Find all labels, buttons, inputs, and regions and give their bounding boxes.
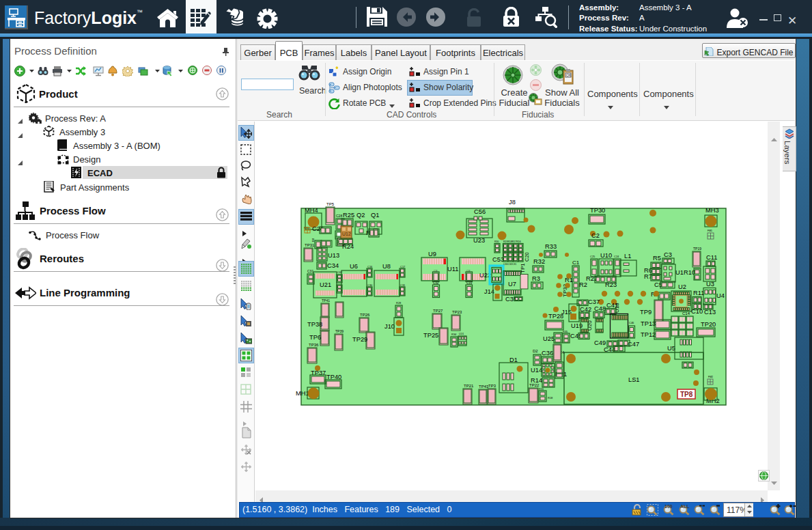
svg-text:TP36: TP36: [309, 343, 319, 347]
svg-text:U3: U3: [706, 281, 714, 288]
svg-text:U20: U20: [587, 320, 593, 331]
svg-text:C36: C36: [542, 350, 553, 357]
svg-text:C10: C10: [691, 308, 703, 315]
svg-text:MH4: MH4: [305, 207, 318, 214]
svg-text:TP20: TP20: [701, 321, 716, 328]
svg-text:C32: C32: [433, 281, 439, 285]
svg-text:C33: C33: [466, 281, 473, 285]
svg-text:R2: R2: [579, 281, 587, 288]
svg-text:C49: C49: [594, 339, 606, 346]
svg-text:C16: C16: [367, 265, 373, 268]
svg-text:R25: R25: [343, 212, 354, 219]
svg-text:C31: C31: [400, 283, 406, 287]
svg-text:C48: C48: [594, 305, 606, 312]
svg-text:C20: C20: [524, 252, 530, 262]
svg-text:C1: C1: [572, 260, 580, 266]
svg-text:U5: U5: [667, 345, 675, 352]
svg-text:LD1: LD1: [459, 332, 464, 335]
svg-text:C5: C5: [654, 281, 662, 288]
svg-text:TP21: TP21: [464, 384, 474, 388]
svg-text:U12: U12: [342, 232, 351, 236]
svg-text:R18: R18: [548, 396, 553, 400]
svg-text:C30: C30: [367, 283, 373, 287]
svg-text:TP43: TP43: [479, 385, 489, 389]
svg-text:TP5: TP5: [326, 202, 335, 206]
svg-text:C37: C37: [588, 298, 600, 305]
svg-text:LS1: LS1: [628, 376, 640, 383]
svg-text:TP22: TP22: [529, 383, 540, 387]
svg-text:U13: U13: [328, 252, 339, 259]
svg-text:R33: R33: [545, 243, 557, 250]
svg-text:TP6: TP6: [309, 334, 321, 341]
svg-text:C56: C56: [474, 208, 486, 215]
svg-text:U11: U11: [447, 266, 458, 273]
svg-text:TP23: TP23: [452, 310, 462, 314]
svg-text:TP19: TP19: [693, 247, 701, 251]
svg-text:U14: U14: [531, 367, 542, 374]
svg-text:TP8: TP8: [680, 391, 693, 398]
svg-text:MH3: MH3: [705, 207, 719, 214]
svg-text:C2: C2: [591, 232, 600, 239]
svg-text:C3: C3: [664, 251, 672, 258]
svg-text:R32: R32: [533, 258, 545, 265]
svg-text:TP28: TP28: [548, 313, 563, 320]
svg-text:U2: U2: [678, 283, 686, 290]
svg-text:C24: C24: [614, 255, 619, 258]
svg-text:R35: R35: [563, 330, 568, 333]
svg-text:C18: C18: [434, 270, 438, 273]
svg-text:L1: L1: [624, 253, 631, 260]
svg-text:U6: U6: [350, 263, 358, 270]
svg-text:J10: J10: [384, 323, 395, 330]
svg-text:U10: U10: [600, 252, 612, 259]
svg-text:U9: U9: [428, 251, 436, 257]
svg-text:C25: C25: [590, 255, 596, 258]
svg-text:C53: C53: [492, 256, 504, 263]
svg-text:U1: U1: [675, 269, 684, 276]
svg-text:U18: U18: [614, 303, 620, 313]
svg-text:Q1: Q1: [371, 212, 379, 219]
svg-text:U25: U25: [543, 335, 555, 342]
svg-text:R31: R31: [539, 387, 544, 391]
svg-text:U7: U7: [508, 281, 516, 288]
svg-text:C46: C46: [629, 321, 634, 324]
svg-text:C31: C31: [307, 269, 313, 273]
svg-text:R8: R8: [311, 238, 315, 242]
svg-text:U4: U4: [716, 292, 725, 299]
svg-text:Q2: Q2: [356, 212, 365, 219]
svg-text:TP29: TP29: [352, 336, 367, 343]
svg-text:TP31: TP31: [305, 243, 315, 247]
svg-text:FM2: FM2: [708, 376, 713, 378]
svg-text:C17: C17: [400, 265, 406, 268]
svg-text:TP39: TP39: [335, 329, 344, 333]
svg-text:TP26: TP26: [360, 313, 370, 317]
svg-text:TP12: TP12: [641, 331, 656, 338]
svg-text:U21: U21: [320, 281, 331, 288]
svg-text:C18: C18: [466, 270, 471, 273]
svg-text:TP9: TP9: [640, 309, 652, 316]
svg-text:R19R18R17R16: R19R18R17R16: [503, 240, 521, 243]
svg-text:C30C32C31: C30C32C31: [503, 263, 516, 266]
svg-text:TP13: TP13: [641, 320, 656, 327]
svg-text:C14: C14: [682, 311, 690, 316]
svg-text:R28: R28: [396, 301, 402, 305]
svg-text:TP38: TP38: [307, 321, 322, 328]
svg-text:U8: U8: [382, 263, 391, 270]
svg-text:C28: C28: [336, 214, 342, 218]
svg-text:TP41: TP41: [322, 298, 330, 303]
svg-text:R3: R3: [532, 275, 540, 282]
svg-text:C34: C34: [327, 262, 339, 269]
svg-text:R23: R23: [605, 281, 617, 288]
svg-text:C11: C11: [706, 254, 717, 261]
svg-text:R11: R11: [693, 290, 704, 296]
svg-text:R24: R24: [342, 243, 354, 250]
svg-text:TP27: TP27: [433, 309, 443, 313]
svg-text:R5: R5: [653, 255, 661, 262]
svg-text:R34: R34: [451, 333, 457, 336]
svg-text:D2: D2: [533, 349, 538, 353]
svg-text:TP30: TP30: [590, 207, 605, 214]
svg-text:J8: J8: [509, 199, 516, 206]
svg-text:TP1: TP1: [520, 263, 526, 273]
svg-text:TP3: TP3: [488, 384, 496, 388]
svg-text:FM1: FM1: [708, 229, 712, 232]
svg-text:TP25: TP25: [423, 332, 438, 339]
